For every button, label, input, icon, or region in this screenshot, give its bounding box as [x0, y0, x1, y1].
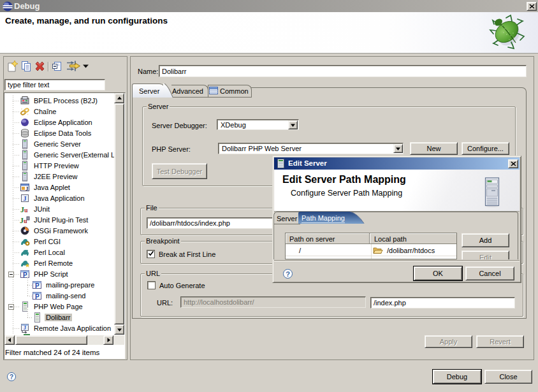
svg-text:J: J — [24, 195, 27, 202]
svg-text:u: u — [24, 207, 28, 214]
svg-text:P: P — [23, 272, 27, 279]
svg-text:P: P — [35, 282, 40, 289]
svg-text:J: J — [24, 325, 26, 331]
svg-text:P: P — [35, 293, 40, 300]
svg-text:J: J — [25, 185, 29, 192]
